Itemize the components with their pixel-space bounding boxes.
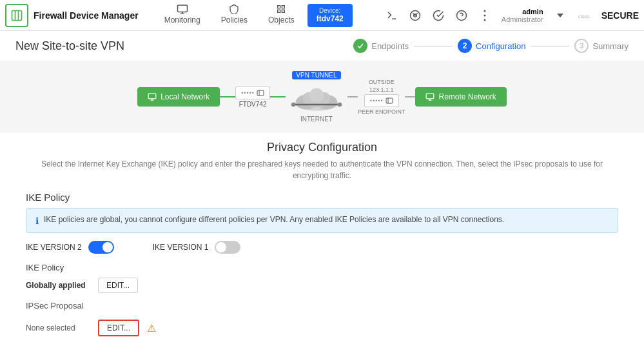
svg-point-19 (483, 19, 485, 21)
nav-items: Monitoring Policies Objects Device: ftdv… (154, 0, 382, 31)
step-sep-1 (414, 46, 453, 46)
user-info: admin Administrator (502, 8, 543, 23)
step-3: 3 Summary (574, 39, 629, 53)
ike-info-box: ℹ IKE policies are global, you cannot co… (26, 208, 618, 233)
ike-edit-btn[interactable]: EDIT... (98, 278, 138, 293)
ike-version1-row: IKE VERSION 1 (153, 241, 241, 254)
nav-objects[interactable]: Objects (258, 0, 305, 31)
svg-rect-21 (148, 94, 156, 99)
nav-policies[interactable]: Policies (211, 0, 258, 31)
step-1: Endpoints (353, 39, 409, 53)
peer-endpoint: OUTSIDE 123.1.1.1 ••••• PEER ENDPOINT (358, 79, 405, 115)
step-2-circle: 2 (458, 39, 472, 53)
svg-point-34 (291, 103, 295, 107)
peer-device-box: ••••• (364, 94, 399, 107)
page-header: New Site-to-site VPN Endpoints 2 Configu… (0, 31, 644, 58)
section-title: Privacy Configuration (26, 141, 618, 154)
wizard-steps: Endpoints 2 Configuration 3 Summary (353, 39, 629, 53)
toggle-knob-v2 (102, 242, 113, 252)
ftdv742-device: ••••• FTDV742 (235, 87, 270, 108)
nav-device[interactable]: Device: ftdv742 (307, 4, 353, 27)
ike-version2-row: IKE VERSION 2 (26, 241, 114, 254)
nav-monitoring[interactable]: Monitoring (154, 0, 211, 31)
main-content: Privacy Configuration Select the Interne… (0, 136, 644, 336)
ike-policy-label-row: IKE Policy (26, 263, 618, 272)
svg-rect-3 (177, 5, 187, 12)
device-box: ••••• (235, 87, 270, 99)
cisco-logo: cisco SECURE (578, 10, 639, 21)
svg-point-17 (483, 10, 485, 12)
svg-rect-24 (257, 90, 264, 96)
svg-point-35 (338, 103, 342, 107)
check-btn[interactable] (428, 5, 449, 26)
svg-point-32 (309, 88, 324, 102)
brand-icon (5, 4, 28, 27)
step-3-circle: 3 (574, 39, 589, 53)
toggle-knob-v1 (216, 242, 226, 252)
brand-title: Firewall Device Manager (34, 10, 139, 21)
top-nav: Firewall Device Manager Monitoring Polic… (0, 0, 644, 31)
terminal-btn[interactable] (382, 5, 402, 26)
page-title: New Site-to-site VPN (15, 39, 124, 53)
ipsec-label-row: IPSec Proposal (26, 298, 618, 314)
svg-text:cisco: cisco (578, 13, 589, 19)
warning-icon: ⚠ (147, 322, 156, 334)
step-1-circle (353, 39, 367, 53)
svg-rect-8 (278, 10, 280, 12)
diagram-area: Local Network ••••• FTDV742 VPN TUNNEL (0, 61, 644, 133)
step-sep-2 (531, 46, 569, 46)
step-2: 2 Configuration (458, 39, 525, 53)
vpn-cloud: VPN TUNNEL INTERNET (291, 71, 342, 123)
svg-rect-36 (386, 98, 393, 103)
remote-network-box[interactable]: Remote Network (415, 87, 506, 107)
info-icon: ℹ (35, 216, 39, 226)
help-btn[interactable] (451, 5, 472, 26)
more-btn[interactable] (474, 5, 495, 26)
local-network-box[interactable]: Local Network (137, 87, 220, 107)
section-description: Select the Internet Key Exchange (IKE) p… (26, 158, 618, 181)
svg-rect-6 (278, 6, 280, 8)
ike-toggles: IKE VERSION 2 IKE VERSION 1 (26, 241, 618, 254)
svg-rect-9 (282, 10, 285, 12)
svg-rect-38 (427, 94, 434, 99)
ike-version2-toggle[interactable] (88, 241, 114, 254)
ike-version1-toggle[interactable] (215, 241, 240, 254)
ike-section: IKE Policy ℹ IKE policies are global, yo… (26, 192, 618, 336)
save-btn[interactable] (405, 5, 425, 26)
svg-rect-0 (12, 10, 22, 20)
ipsec-edit-btn[interactable]: EDIT... (98, 320, 139, 336)
ike-heading: IKE Policy (26, 192, 618, 203)
svg-point-18 (483, 14, 485, 16)
user-dropdown-btn[interactable] (550, 5, 571, 26)
nav-right: admin Administrator cisco SECURE (382, 5, 639, 26)
svg-rect-7 (282, 6, 285, 8)
ipsec-none-row: None selected EDIT... ⚠ (26, 320, 618, 336)
globally-applied-row: Globally applied EDIT... (26, 278, 618, 293)
